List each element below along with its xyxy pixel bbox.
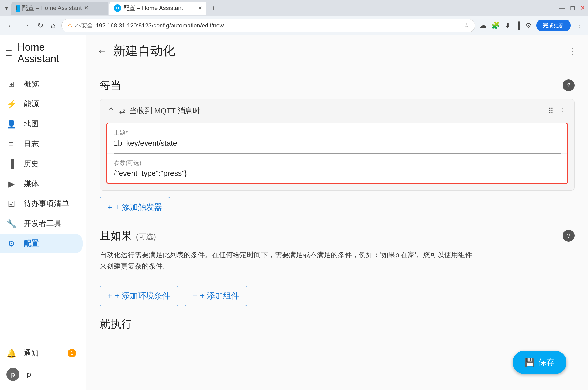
user-label: pi (27, 370, 33, 379)
config-icon: ⚙ (6, 239, 16, 248)
notification-label: 通知 (24, 348, 39, 358)
trigger-section-title: 每当 (100, 78, 121, 93)
sidebar-item-history[interactable]: ▐ 历史 (0, 154, 83, 174)
topic-field-label: 主题* (114, 129, 561, 137)
sidebar: ☰ Home Assistant ⊞ 概览 ⚡ 能源 👤 地图 ≡ 日志 ▐ 历 (0, 35, 86, 390)
trigger-section-header: 每当 ? (100, 78, 575, 93)
address-bar[interactable]: ⚠ 不安全 192.168.31.120:8123/config/automat… (61, 19, 475, 32)
main-content: ← 新建自动化 ⋮ 每当 ? ⌃ ⇄ 当收到 MQTT 消息时 ⠿ (86, 35, 588, 390)
tab-2-favicon: H (114, 4, 121, 12)
history-icon: ▐ (6, 159, 16, 168)
new-tab-button[interactable]: + (207, 2, 219, 14)
devtools-icon: 🔧 (6, 219, 16, 228)
action-section-title: 就执行 (100, 317, 132, 332)
notification-icon: 🔔 (6, 349, 16, 358)
trigger-card-header: ⌃ ⇄ 当收到 MQTT 消息时 ⠿ ⋮ (100, 99, 574, 123)
forward-button[interactable]: → (20, 20, 31, 32)
condition-section-header: 且如果 (可选) ? (100, 228, 575, 243)
sidebar-item-map[interactable]: 👤 地图 (0, 114, 83, 134)
add-trigger-button[interactable]: + + 添加触发器 (100, 197, 170, 217)
sidebar-item-overview[interactable]: ⊞ 概览 (0, 74, 83, 94)
condition-title-container: 且如果 (可选) (100, 228, 156, 243)
trigger-card-actions: ⠿ ⋮ (548, 107, 567, 116)
sidebar-nav: ⊞ 概览 ⚡ 能源 👤 地图 ≡ 日志 ▐ 历史 ▶ 媒体 (0, 71, 86, 339)
window-minimize[interactable]: — (559, 4, 565, 12)
trigger-help-icon[interactable]: ? (563, 79, 575, 91)
add-group-plus-icon: + (192, 291, 197, 301)
overview-icon: ⊞ (6, 79, 16, 89)
map-icon: 👤 (6, 119, 16, 129)
browser-tab-1[interactable]: H 配置 – Home Assistant ✕ (11, 2, 108, 15)
save-button[interactable]: 💾 保存 (513, 351, 566, 374)
trigger-card: ⌃ ⇄ 当收到 MQTT 消息时 ⠿ ⋮ 主题* 1b_key/event/st… (100, 99, 575, 191)
sidebar-icon[interactable]: ▐ (516, 21, 520, 30)
collapse-icon[interactable]: ⌃ (108, 106, 115, 116)
save-icon: 💾 (525, 358, 535, 367)
notification-badge: 1 (68, 349, 76, 357)
sidebar-item-notification[interactable]: 🔔 通知 1 (0, 343, 83, 363)
add-condition-button[interactable]: + + 添加环境条件 (100, 286, 178, 306)
energy-label: 能源 (24, 99, 39, 109)
condition-buttons-row: + + 添加环境条件 + + 添加组件 (100, 279, 575, 306)
main-body: 每当 ? ⌃ ⇄ 当收到 MQTT 消息时 ⠿ ⋮ (86, 67, 588, 390)
params-field-label: 参数(可选) (114, 159, 561, 167)
add-group-button[interactable]: + + 添加组件 (185, 286, 247, 306)
drag-handle-icon[interactable]: ⠿ (548, 107, 554, 116)
add-condition-label: + 添加环境条件 (115, 290, 171, 301)
window-maximize[interactable]: □ (571, 4, 575, 12)
params-field-value: {"event_type":"press"} (114, 169, 561, 178)
header-more-menu[interactable]: ⋮ (569, 46, 577, 56)
conditions-description: 自动化运行需要满足此列表的条件。在任何给定时间下，需要满足或不满足的条件，例如：… (100, 249, 477, 272)
trigger-more-menu[interactable]: ⋮ (559, 107, 567, 116)
tab-dropdown[interactable]: ▾ (3, 2, 10, 14)
add-trigger-label: + 添加触发器 (115, 202, 162, 213)
action-section-header: 就执行 (100, 317, 575, 332)
sidebar-item-log[interactable]: ≡ 日志 (0, 134, 83, 154)
condition-help-icon[interactable]: ? (563, 230, 575, 242)
sidebar-item-todo[interactable]: ☑ 待办事项清单 (0, 194, 83, 214)
condition-section: 且如果 (可选) ? 自动化运行需要满足此列表的条件。在任何给定时间下，需要满足… (100, 228, 575, 306)
sidebar-item-media[interactable]: ▶ 媒体 (0, 174, 83, 194)
condition-section-title: 且如果 (100, 229, 132, 241)
sidebar-item-config[interactable]: ⚙ 配置 (0, 234, 83, 253)
log-icon: ≡ (6, 139, 16, 148)
log-label: 日志 (24, 139, 39, 149)
update-button[interactable]: 完成更新 (536, 20, 571, 31)
hamburger-menu-icon[interactable]: ☰ (5, 49, 12, 58)
save-label: 保存 (538, 357, 555, 368)
add-trigger-plus-icon: + (108, 203, 112, 212)
trigger-type-label: 当收到 MQTT 消息时 (130, 106, 544, 116)
media-icon: ▶ (6, 179, 16, 189)
sidebar-header: ☰ Home Assistant (0, 35, 86, 71)
security-label: 不安全 (75, 22, 93, 30)
browser-tab-2[interactable]: H 配置 – Home Assistant ✕ (109, 2, 206, 15)
download-icon[interactable]: ⬇ (505, 21, 511, 30)
tab-2-label: 配置 – Home Assistant (123, 4, 183, 12)
sidebar-item-user[interactable]: p pi (0, 363, 83, 386)
page-title: 新建自动化 (113, 43, 569, 59)
params-field[interactable]: 参数(可选) {"event_type":"press"} (107, 154, 567, 183)
trigger-section: 每当 ? ⌃ ⇄ 当收到 MQTT 消息时 ⠿ ⋮ (100, 78, 575, 217)
extensions-icon[interactable]: 🧩 (491, 21, 500, 30)
back-page-button[interactable]: ← (97, 45, 107, 57)
sidebar-item-energy[interactable]: ⚡ 能源 (0, 94, 83, 114)
menu-icon[interactable]: ⋮ (576, 21, 583, 30)
topic-field[interactable]: 主题* 1b_key/event/state (107, 123, 567, 153)
address-text: 192.168.31.120:8123/config/automation/ed… (96, 22, 461, 29)
back-button[interactable]: ← (5, 20, 16, 32)
tab-2-close[interactable]: ✕ (198, 5, 202, 11)
bookmark-icon[interactable]: ☆ (464, 22, 469, 29)
settings-icon[interactable]: ⚙ (525, 21, 531, 30)
window-close[interactable]: ✕ (580, 4, 585, 12)
energy-icon: ⚡ (6, 99, 16, 109)
cloud-icon[interactable]: ☁ (479, 21, 486, 30)
add-group-label: + 添加组件 (200, 290, 239, 301)
todo-label: 待办事项清单 (24, 199, 69, 209)
home-button[interactable]: ⌂ (49, 20, 57, 32)
tab-1-close[interactable]: ✕ (84, 5, 89, 12)
sidebar-item-devtools[interactable]: 🔧 开发者工具 (0, 214, 83, 234)
topic-field-value: 1b_key/event/state (114, 139, 561, 148)
condition-optional-label: (可选) (136, 232, 156, 241)
map-label: 地图 (24, 119, 39, 129)
reload-button[interactable]: ↻ (36, 19, 45, 32)
